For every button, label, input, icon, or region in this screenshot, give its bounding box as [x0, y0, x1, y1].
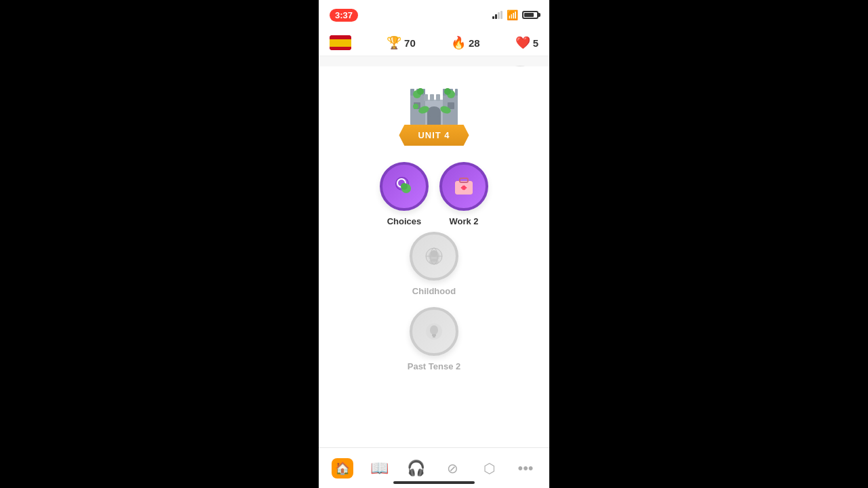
nav-more[interactable]: •••	[511, 453, 540, 483]
svg-rect-46	[433, 336, 435, 338]
lesson-choices[interactable]: Choices	[380, 162, 429, 226]
choices-circle[interactable]	[380, 162, 429, 211]
svg-point-17	[417, 88, 424, 95]
nav-headphones[interactable]: 🎧	[401, 453, 431, 483]
lesson-childhood[interactable]: Childhood	[410, 232, 458, 296]
headphones-icon: 🎧	[407, 460, 425, 477]
work2-circle[interactable]	[439, 162, 488, 211]
nav-home[interactable]: 🏠	[328, 453, 357, 483]
trophy-icon: 🏆	[387, 35, 401, 50]
more-icon: •••	[517, 460, 533, 477]
battery-icon	[522, 11, 538, 19]
svg-rect-11	[436, 94, 440, 101]
status-icons: 📶	[492, 9, 538, 20]
nav-book[interactable]: 📖	[364, 453, 394, 483]
choices-label: Choices	[387, 216, 422, 226]
status-bar: 3:37 📶	[319, 0, 549, 30]
svg-point-20	[413, 104, 418, 109]
shield-icon: ⊘	[447, 460, 458, 476]
flame-icon: 🔥	[451, 35, 466, 50]
trophy-count: 70	[404, 37, 416, 49]
unit-banner: UNIT 4	[399, 125, 469, 146]
work2-label: Work 2	[449, 216, 478, 226]
unit-section: UNIT 4	[330, 77, 538, 146]
heart-count: 5	[533, 37, 538, 49]
scroll-content: UNIT 4 Choice	[319, 66, 549, 447]
signal-icon	[492, 11, 502, 19]
svg-rect-35	[461, 187, 467, 189]
nav-gem[interactable]: ⬡	[474, 453, 504, 483]
svg-point-19	[444, 88, 451, 95]
status-time: 3:37	[330, 9, 358, 22]
svg-rect-9	[424, 94, 428, 101]
childhood-circle[interactable]	[410, 232, 458, 281]
top-nav: 🏆 70 🔥 28 ❤️ 5	[319, 30, 549, 56]
heart-stat[interactable]: ❤️ 5	[515, 35, 538, 50]
childhood-label: Childhood	[412, 286, 456, 296]
phone-frame: 3:37 📶 🏆 70 🔥 28	[319, 0, 549, 488]
castle-image	[400, 77, 468, 131]
left-panel	[0, 0, 319, 488]
flame-stat[interactable]: 🔥 28	[451, 35, 480, 50]
svg-point-28	[401, 183, 408, 190]
right-panel	[549, 0, 868, 488]
wifi-icon: 📶	[507, 9, 518, 20]
home-icon: 🏠	[332, 458, 353, 479]
lesson-past-tense2[interactable]: Past Tense 2	[408, 307, 461, 371]
svg-point-44	[430, 325, 438, 335]
past-tense2-circle[interactable]	[410, 307, 458, 356]
svg-rect-10	[430, 94, 434, 101]
lessons-row-1: Choices W	[380, 162, 488, 226]
flag-icon	[330, 35, 351, 50]
gem-icon: ⬡	[484, 460, 495, 476]
nav-shield[interactable]: ⊘	[437, 453, 467, 483]
lesson-work2[interactable]: Work 2	[439, 162, 488, 226]
book-icon: 📖	[370, 460, 389, 477]
svg-point-13	[427, 106, 441, 117]
svg-rect-45	[432, 334, 436, 336]
heart-icon: ❤️	[515, 35, 530, 50]
trophy-stat[interactable]: 🏆 70	[387, 35, 416, 50]
past-tense2-label: Past Tense 2	[408, 361, 461, 371]
svg-rect-8	[455, 89, 458, 96]
flag-item[interactable]	[330, 35, 351, 50]
svg-rect-31	[460, 178, 468, 182]
flame-count: 28	[469, 37, 480, 49]
home-indicator	[393, 481, 475, 484]
